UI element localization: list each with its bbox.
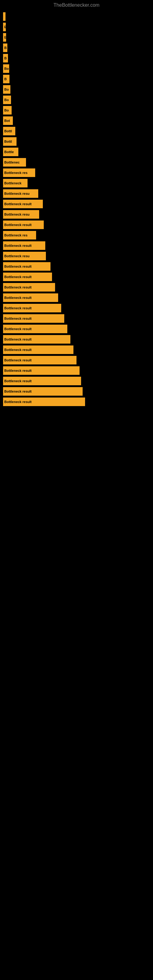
bar-3: B: [3, 43, 7, 52]
bar-label-20: Bottleneck result: [4, 223, 32, 227]
bar-row: [3, 12, 153, 21]
bar-label-5: Bo: [4, 67, 9, 70]
bar-19: Bottleneck resu: [3, 210, 39, 219]
bar-34: Bottleneck result: [3, 366, 80, 375]
bar-label-10: Bot: [4, 119, 10, 123]
bar-row: Bottleneck result: [3, 325, 153, 333]
bar-row: Bottleneck result: [3, 345, 153, 354]
bar-row: Bottleneck result: [3, 335, 153, 344]
bar-row: Bottleneck result: [3, 241, 153, 250]
bar-label-9: Bo: [4, 108, 9, 112]
bar-36: Bottleneck result: [3, 387, 83, 396]
bar-28: Bottleneck result: [3, 304, 61, 312]
bar-label-23: Bottleneck resu: [4, 254, 30, 258]
bar-label-4: B: [4, 56, 7, 60]
bar-31: Bottleneck result: [3, 335, 70, 344]
bar-23: Bottleneck resu: [3, 252, 46, 260]
bar-15: Bottleneck res: [3, 169, 35, 177]
bar-8: Bo: [3, 95, 11, 104]
bar-row: Bottleneck resu: [3, 210, 153, 219]
bar-row: Bottleneck result: [3, 283, 153, 291]
bar-row: Bottleneck result: [3, 272, 153, 281]
bar-row: Bottl: [3, 137, 153, 146]
bar-row: Bottleneck res: [3, 169, 153, 177]
bar-label-35: Bottleneck result: [4, 379, 32, 383]
bar-row: Bottleneck res: [3, 231, 153, 240]
bar-11: Bottl: [3, 127, 15, 135]
bar-32: Bottleneck result: [3, 345, 73, 354]
bar-30: Bottleneck result: [3, 325, 67, 333]
bar-label-32: Bottleneck result: [4, 348, 32, 352]
bar-label-33: Bottleneck result: [4, 358, 32, 362]
bar-label-16: Bottleneck: [4, 181, 21, 185]
bar-label-29: Bottleneck result: [4, 317, 32, 320]
bar-row: Bottleneck result: [3, 293, 153, 302]
bar-10: Bot: [3, 116, 13, 125]
bar-label-25: Bottleneck result: [4, 275, 32, 279]
bars-container: EEBBBoBBoBoBoBotBottlBottlBottleBottlene…: [0, 9, 153, 408]
bar-2: E: [3, 33, 6, 41]
bar-row: Bottleneck result: [3, 366, 153, 375]
bar-label-12: Bottl: [4, 140, 12, 143]
bar-row: B: [3, 75, 153, 83]
bar-label-2: E: [4, 35, 6, 39]
bar-4: B: [3, 54, 8, 62]
bar-16: Bottleneck: [3, 179, 27, 188]
bar-row: Bottleneck result: [3, 398, 153, 406]
bar-label-21: Bottleneck res: [4, 233, 27, 237]
bar-row: Bottleneck result: [3, 221, 153, 229]
bar-7: Bo: [3, 85, 10, 94]
bar-row: Bottleneck result: [3, 377, 153, 385]
bar-row: Bo: [3, 64, 153, 73]
bar-37: Bottleneck result: [3, 398, 85, 406]
bar-label-30: Bottleneck result: [4, 327, 32, 331]
bar-row: Bottleneck result: [3, 314, 153, 323]
site-title: TheBottlenecker.com: [0, 0, 153, 9]
bar-21: Bottleneck res: [3, 231, 36, 240]
bar-label-37: Bottleneck result: [4, 400, 32, 404]
bar-label-3: B: [4, 46, 7, 49]
bar-label-18: Bottleneck result: [4, 202, 32, 206]
bar-22: Bottleneck result: [3, 241, 45, 250]
bar-row: Bo: [3, 95, 153, 104]
bar-label-1: E: [4, 25, 6, 29]
bar-row: E: [3, 33, 153, 41]
bar-label-26: Bottleneck result: [4, 285, 32, 289]
bar-35: Bottleneck result: [3, 377, 81, 385]
bar-label-22: Bottleneck result: [4, 244, 32, 247]
bar-label-6: B: [4, 77, 7, 81]
bar-label-15: Bottleneck res: [4, 171, 27, 175]
bar-label-13: Bottle: [4, 150, 14, 154]
bar-label-11: Bottl: [4, 129, 12, 133]
bar-row: B: [3, 43, 153, 52]
bar-row: Bottleneck result: [3, 200, 153, 208]
bar-row: Bottleneck result: [3, 387, 153, 396]
bar-26: Bottleneck result: [3, 283, 55, 291]
bar-label-31: Bottleneck result: [4, 337, 32, 341]
bar-row: Bot: [3, 116, 153, 125]
bar-14: Bottlenec: [3, 158, 26, 167]
bar-0: [3, 12, 5, 21]
bar-17: Bottleneck resu: [3, 189, 38, 198]
bar-label-36: Bottleneck result: [4, 390, 32, 393]
bar-25: Bottleneck result: [3, 272, 52, 281]
bar-row: Bottlenec: [3, 158, 153, 167]
bar-33: Bottleneck result: [3, 356, 76, 364]
bar-label-7: Bo: [4, 88, 9, 91]
bar-row: B: [3, 54, 153, 62]
bar-row: Bottleneck resu: [3, 189, 153, 198]
bar-row: Bottl: [3, 127, 153, 135]
bar-row: Bo: [3, 106, 153, 115]
bar-row: Bottleneck result: [3, 304, 153, 312]
bar-18: Bottleneck result: [3, 200, 43, 208]
bar-24: Bottleneck result: [3, 262, 51, 271]
bar-27: Bottleneck result: [3, 293, 58, 302]
bar-row: Bottleneck result: [3, 262, 153, 271]
bar-row: E: [3, 23, 153, 31]
bar-20: Bottleneck result: [3, 221, 44, 229]
bar-row: Bottleneck: [3, 179, 153, 188]
bar-label-17: Bottleneck resu: [4, 192, 30, 196]
bar-row: Bottleneck resu: [3, 252, 153, 260]
bar-row: Bo: [3, 85, 153, 94]
bar-1: E: [3, 23, 6, 31]
